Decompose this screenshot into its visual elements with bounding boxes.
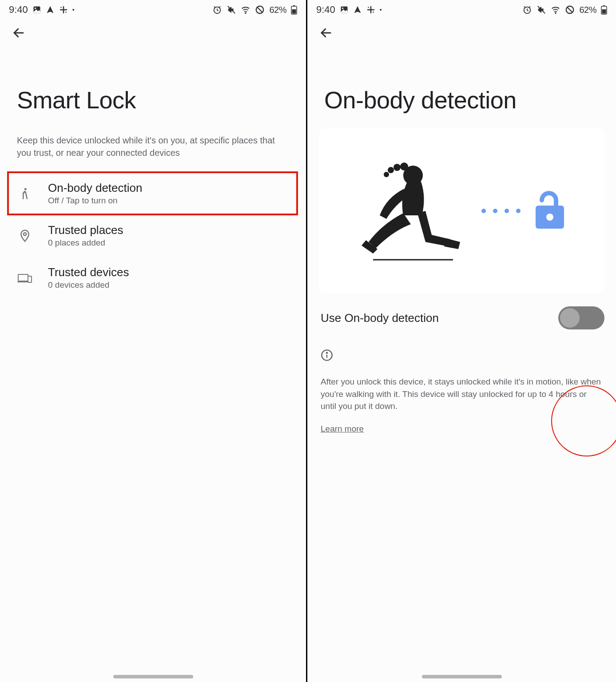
- nav-pill[interactable]: [422, 675, 502, 678]
- svg-point-15: [24, 188, 27, 190]
- walking-person-icon: [17, 186, 33, 202]
- back-button[interactable]: [317, 24, 335, 42]
- toggle-row: Use On-body detection: [307, 293, 616, 340]
- svg-rect-17: [18, 274, 28, 281]
- svg-rect-12: [293, 5, 295, 6]
- on-body-detection-toggle[interactable]: [558, 306, 604, 329]
- row-title: On-body detection: [48, 181, 142, 195]
- svg-rect-13: [292, 9, 296, 14]
- row-subtitle: Off / Tap to turn on: [48, 196, 142, 206]
- running-person-illustration: [355, 153, 471, 269]
- image-icon: [32, 5, 41, 14]
- row-title: Trusted devices: [48, 266, 129, 279]
- screen-smart-lock: 9:40 •: [0, 0, 307, 682]
- app-bar: [0, 20, 306, 46]
- svg-rect-5: [65, 12, 67, 12]
- page-subtitle: Keep this device unlocked while it's on …: [0, 124, 306, 172]
- svg-point-37: [388, 167, 394, 173]
- svg-point-36: [384, 172, 389, 177]
- toggle-label: Use On-body detection: [321, 311, 439, 325]
- devices-icon: [17, 270, 33, 286]
- battery-icon: [291, 5, 297, 15]
- image-icon: [340, 5, 349, 14]
- page-title: Smart Lock: [0, 46, 306, 124]
- back-button[interactable]: [10, 24, 28, 42]
- wifi-icon: [551, 5, 560, 15]
- svg-rect-33: [602, 9, 606, 14]
- battery-icon: [601, 5, 607, 15]
- illustration-card: [319, 129, 604, 293]
- do-not-disturb-icon: [565, 5, 575, 15]
- send-icon: [353, 5, 362, 14]
- info-icon: [307, 340, 616, 366]
- status-bar: 9:40 •: [0, 0, 306, 20]
- svg-line-30: [568, 8, 572, 12]
- svg-rect-23: [367, 9, 374, 11]
- svg-point-1: [35, 8, 36, 9]
- svg-point-28: [556, 12, 556, 13]
- location-pin-icon: [17, 228, 33, 244]
- status-time: 9:40: [9, 4, 28, 16]
- send-icon: [46, 5, 55, 14]
- svg-line-10: [258, 8, 262, 12]
- status-time: 9:40: [316, 4, 335, 16]
- do-not-disturb-icon: [255, 5, 265, 15]
- slack-icon: [59, 5, 68, 14]
- back-arrow-icon: [319, 26, 333, 40]
- dot-icon: •: [380, 6, 382, 13]
- svg-point-21: [342, 8, 343, 9]
- row-trusted-places[interactable]: Trusted places 0 places added: [0, 214, 306, 257]
- svg-point-45: [326, 353, 327, 353]
- vibrate-icon: [537, 5, 546, 15]
- toggle-knob: [560, 308, 580, 328]
- svg-rect-24: [368, 7, 369, 8]
- svg-point-38: [393, 164, 401, 171]
- svg-rect-4: [60, 7, 62, 8]
- svg-rect-25: [373, 12, 374, 12]
- battery-text: 62%: [579, 5, 596, 15]
- page-title: On-body detection: [307, 46, 616, 124]
- svg-point-42: [546, 214, 553, 221]
- svg-rect-32: [603, 5, 605, 6]
- alarm-icon: [212, 5, 222, 15]
- svg-point-8: [246, 12, 246, 13]
- row-title: Trusted places: [48, 223, 123, 237]
- app-bar: [307, 20, 616, 46]
- vibrate-icon: [227, 5, 236, 15]
- status-bar: 9:40 •: [307, 0, 616, 20]
- slack-icon: [366, 5, 375, 14]
- svg-rect-19: [28, 276, 32, 282]
- row-trusted-devices[interactable]: Trusted devices 0 devices added: [0, 257, 306, 299]
- alarm-icon: [522, 5, 532, 15]
- dots-icon: [481, 209, 521, 213]
- wifi-icon: [241, 5, 250, 15]
- back-arrow-icon: [12, 26, 25, 40]
- nav-bar: [0, 675, 306, 678]
- screen-on-body-detection: 9:40 •: [307, 0, 616, 682]
- unlocked-padlock-icon: [531, 190, 568, 232]
- nav-pill[interactable]: [113, 675, 193, 678]
- row-subtitle: 0 places added: [48, 238, 123, 248]
- svg-rect-3: [60, 9, 67, 11]
- learn-more-link[interactable]: Learn more: [307, 417, 377, 441]
- svg-point-16: [24, 233, 26, 235]
- dot-icon: •: [72, 6, 75, 13]
- info-text: After you unlock this device, it stays u…: [307, 366, 616, 417]
- battery-text: 62%: [269, 5, 286, 15]
- row-subtitle: 0 devices added: [48, 280, 129, 290]
- nav-bar: [307, 675, 616, 678]
- row-on-body-detection[interactable]: On-body detection Off / Tap to turn on: [8, 172, 297, 214]
